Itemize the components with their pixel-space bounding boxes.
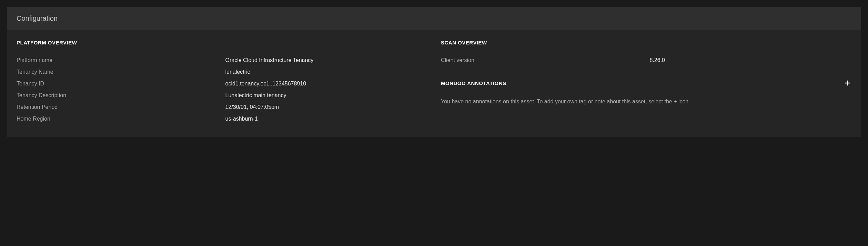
client-version-value: 8.26.0 <box>650 57 852 63</box>
scan-overview-title: SCAN OVERVIEW <box>441 40 851 51</box>
card-header: Configuration <box>7 7 861 30</box>
platform-row: Retention Period 12/30/01, 04:07:05pm <box>17 104 427 110</box>
annotations-empty-text: You have no annotations on this asset. T… <box>441 98 851 106</box>
add-annotation-button[interactable] <box>844 79 851 87</box>
home-region-label: Home Region <box>17 116 219 122</box>
tenancy-id-value: ocid1.tenancy.oc1..12345678910 <box>225 81 427 87</box>
annotations-title: MONDOO ANNOTATIONS <box>441 80 506 86</box>
scan-row: Client version 8.26.0 <box>441 57 851 63</box>
platform-name-label: Platform name <box>17 57 219 63</box>
platform-row: Tenancy Description Lunalectric main ten… <box>17 92 427 99</box>
retention-period-label: Retention Period <box>17 104 219 110</box>
platform-overview-column: PLATFORM OVERVIEW Platform name Oracle C… <box>17 40 427 127</box>
home-region-value: us-ashburn-1 <box>225 116 427 122</box>
tenancy-name-label: Tenancy Name <box>17 69 219 75</box>
plus-icon <box>844 79 851 87</box>
card-body: PLATFORM OVERVIEW Platform name Oracle C… <box>7 30 861 137</box>
right-column: SCAN OVERVIEW Client version 8.26.0 MOND… <box>441 40 851 127</box>
tenancy-description-value: Lunalectric main tenancy <box>225 92 427 99</box>
annotations-header: MONDOO ANNOTATIONS <box>441 79 851 91</box>
tenancy-id-label: Tenancy ID <box>17 81 219 87</box>
platform-row: Tenancy Name lunalectric <box>17 69 427 75</box>
configuration-card: Configuration PLATFORM OVERVIEW Platform… <box>7 7 861 137</box>
platform-overview-title: PLATFORM OVERVIEW <box>17 40 427 51</box>
platform-row: Home Region us-ashburn-1 <box>17 116 427 122</box>
tenancy-description-label: Tenancy Description <box>17 92 219 99</box>
platform-name-value: Oracle Cloud Infrastructure Tenancy <box>225 57 427 63</box>
card-title: Configuration <box>17 14 851 22</box>
retention-period-value: 12/30/01, 04:07:05pm <box>225 104 427 110</box>
client-version-label: Client version <box>441 57 643 63</box>
tenancy-name-value: lunalectric <box>225 69 427 75</box>
platform-row: Platform name Oracle Cloud Infrastructur… <box>17 57 427 63</box>
platform-row: Tenancy ID ocid1.tenancy.oc1..1234567891… <box>17 81 427 87</box>
